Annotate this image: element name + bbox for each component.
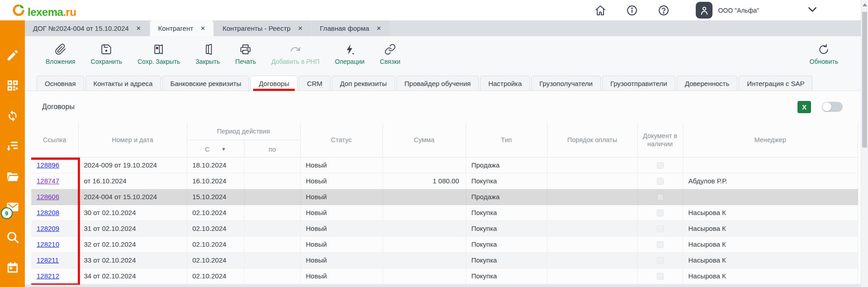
toolbar-button[interactable]: Операции [335, 43, 365, 65]
form-tab[interactable]: Грузополучатели [531, 76, 601, 91]
table-row[interactable]: 128209 31 от 02.10.2024 02.10.2024 Новый… [31, 220, 858, 236]
info-icon[interactable] [626, 5, 638, 16]
refresh-button[interactable]: Обновить [810, 44, 838, 65]
cell-payment-order [547, 189, 637, 205]
toolbar-button[interactable]: Печать [235, 43, 256, 65]
sort-desc-icon[interactable]: ▼ [222, 146, 226, 153]
toolbar-button[interactable]: Сохр. Закрыть [137, 43, 180, 65]
company-name[interactable]: ООО "Альфа" [718, 7, 759, 14]
col-from[interactable]: С▼ [187, 140, 244, 157]
sidebar-item-calendar[interactable] [6, 261, 19, 274]
toolbar-button[interactable]: Вложения [46, 43, 75, 65]
doc-tab-strip: ДОГ №2024-004 от 15.10.2024 ✕ Контрагент… [25, 20, 861, 36]
form-tab[interactable]: Основная [37, 76, 84, 91]
doc-available-checkbox[interactable] [657, 241, 664, 248]
col-manager[interactable]: Менеджер [683, 123, 858, 157]
sidebar-item-qr[interactable] [6, 79, 19, 92]
toolbar-button-label: Связки [380, 58, 400, 65]
doc-available-checkbox[interactable] [657, 210, 664, 216]
scroll-up-arrow[interactable] [863, 3, 867, 6]
col-to[interactable]: по [244, 140, 300, 157]
cell-number-date: 32 от 02.10.2024 [78, 236, 187, 252]
contract-link[interactable]: 128209 [37, 225, 59, 232]
home-icon[interactable] [594, 5, 606, 16]
form-tab[interactable]: Настройка [480, 76, 530, 91]
sidebar-item-search[interactable] [6, 230, 19, 244]
col-type[interactable]: Тип [466, 123, 547, 157]
sidebar-item-mail[interactable]: 9 [6, 200, 19, 214]
contract-link[interactable]: 128896 [37, 161, 59, 169]
logo-suffix: .ru [63, 6, 76, 18]
help-icon[interactable] [658, 5, 670, 16]
close-icon[interactable]: ✕ [377, 25, 382, 32]
form-tab[interactable]: Доп реквизиты [332, 76, 395, 91]
doc-available-checkbox[interactable] [657, 273, 664, 280]
doc-available-checkbox[interactable] [657, 257, 664, 264]
close-icon[interactable]: ✕ [298, 25, 303, 32]
doc-available-checkbox[interactable] [657, 194, 664, 201]
toolbar-button[interactable]: Сохранить [91, 43, 123, 65]
table-row[interactable]: 128210 32 от 02.10.2024 02.10.2024 Новый… [31, 236, 858, 252]
toolbar-button[interactable]: Добавить в РНП [271, 43, 320, 65]
doc-tab[interactable]: Контрагенты - Реестр ✕ [214, 20, 311, 36]
cell-from: 18.10.2024 [187, 157, 244, 173]
contract-link[interactable]: 128606 [37, 193, 59, 201]
chevron-down-icon[interactable] [807, 4, 818, 17]
grid-toggle[interactable] [822, 102, 843, 112]
cell-type: Покупка [466, 173, 547, 189]
col-amount[interactable]: Сумма [382, 123, 466, 157]
col-status[interactable]: Статус [300, 123, 382, 157]
table-row[interactable]: 128211 33 от 02.10.2024 02.10.2024 Новый… [31, 252, 858, 268]
doc-tab[interactable]: Контрагент ✕ [150, 20, 213, 36]
sidebar-item-tasks[interactable] [6, 139, 19, 153]
table-row[interactable]: 128208 30 от 02.10.2024 02.10.2024 Новый… [31, 205, 858, 220]
close-icon[interactable]: ✕ [200, 25, 205, 32]
form-tab[interactable]: Банковские реквизиты [162, 76, 250, 91]
form-tab[interactable]: Доверенность [677, 76, 738, 91]
sidebar-item-edit[interactable] [6, 48, 19, 62]
close-icon[interactable]: ✕ [136, 25, 141, 32]
form-tab-label: Провайдер обучения [405, 80, 471, 87]
doc-available-checkbox[interactable] [657, 178, 664, 185]
horizontal-scrollbar[interactable] [25, 284, 861, 287]
table-row[interactable]: 128606 2024-004 от 15.10.2024 15.10.2024… [31, 189, 858, 205]
col-number-date[interactable]: Номер и дата [78, 123, 187, 157]
col-link[interactable]: Ссылка [31, 123, 78, 157]
contract-link[interactable]: 128210 [37, 240, 59, 248]
scrollbar-thumb[interactable] [862, 12, 867, 148]
app-logo[interactable]: lexema.ru [11, 3, 76, 18]
toolbar-button-label: Печать [235, 58, 256, 65]
cell-amount [382, 236, 466, 252]
table-row[interactable]: 128896 2024-009 от 19.10.2024 18.10.2024… [31, 157, 858, 173]
cell-amount: 1 080.00 [382, 173, 466, 189]
cell-amount [382, 205, 466, 220]
doc-available-checkbox[interactable] [657, 162, 664, 169]
doc-tab[interactable]: ДОГ №2024-004 от 15.10.2024 ✕ [25, 20, 149, 36]
cell-number-date: 31 от 02.10.2024 [78, 220, 187, 236]
form-tab[interactable]: Контакты и адреса [85, 76, 161, 91]
sidebar-item-documents[interactable] [6, 170, 19, 183]
form-tab[interactable]: CRM [299, 76, 330, 91]
form-tab[interactable]: Договоры [250, 76, 297, 91]
form-tab[interactable]: Провайдер обучения [396, 76, 479, 91]
form-tab[interactable]: Грузоотправители [602, 76, 675, 91]
col-payment-order[interactable]: Порядок оплаты [547, 123, 637, 157]
table-row[interactable]: 128212 34 от 02.10.2024 02.10.2024 Новый… [31, 268, 858, 284]
contract-link[interactable]: 128212 [37, 272, 59, 280]
form-tab-label: Основная [45, 80, 76, 87]
toolbar-button[interactable]: Связки [380, 43, 400, 65]
sidebar-item-sync[interactable] [6, 109, 19, 123]
excel-export-button[interactable]: X [797, 101, 811, 113]
contract-link[interactable]: 128747 [37, 177, 59, 185]
avatar[interactable] [696, 2, 712, 19]
contract-link[interactable]: 128208 [37, 209, 59, 216]
toolbar-button[interactable]: Закрыть [195, 43, 220, 65]
table-row[interactable]: 128747 от 16.10.2024 16.10.2024 Новый 1 … [31, 173, 858, 189]
contract-link[interactable]: 128211 [37, 256, 59, 264]
col-doc-available[interactable]: Документ в наличии [637, 123, 683, 157]
doc-tab[interactable]: Главная форма ✕ [312, 20, 390, 36]
cell-to [244, 220, 300, 236]
doc-available-checkbox[interactable] [657, 225, 664, 232]
mail-badge: 9 [1, 207, 13, 219]
form-tab[interactable]: Интеграция с SAP [739, 76, 812, 91]
